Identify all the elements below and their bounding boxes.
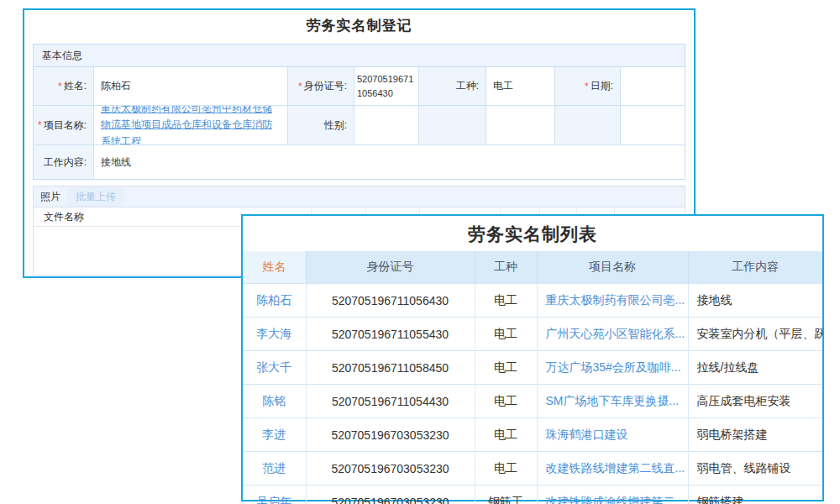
table-row: 范进520705196703053230电工改建铁路线增建第二线直...弱电管、… <box>243 452 822 486</box>
empty-value-cell <box>486 106 554 144</box>
name-link[interactable]: 李大海 <box>243 318 306 351</box>
name-link[interactable]: 李进 <box>243 418 306 452</box>
project-name-label: *项目名称: <box>34 106 93 144</box>
worktype-cell: 钢筋工 <box>475 486 537 504</box>
work-content-label: 工作内容: <box>34 145 93 179</box>
table-header-row: 姓名身份证号工种项目名称工作内容 <box>243 251 822 284</box>
list-table-body: 陈柏石520705196711056430电工重庆太极制药有限公司亳...接地线… <box>243 284 822 504</box>
id-cell: 520705196703053230 <box>306 452 475 486</box>
id-number-field[interactable]: 520705196711056430 <box>354 67 418 105</box>
table-row: 陈柏石520705196711056430电工重庆太极制药有限公司亳...接地线 <box>243 284 822 318</box>
work-content-cell: 拉线/拉线盘 <box>688 351 822 385</box>
date-label: *日期: <box>555 67 620 105</box>
basic-info-section-header: 基本信息 <box>34 45 685 67</box>
required-asterisk: * <box>585 81 589 92</box>
name-link[interactable]: 范进 <box>243 452 306 486</box>
worktype-cell: 电工 <box>475 351 537 385</box>
project-name-field[interactable]: 重庆太极制药有限公司亳州中药材仓储物流基地项目成品仓库和设备仓库消防系统工程 <box>94 106 287 144</box>
id-cell: 520705196711055430 <box>306 318 475 351</box>
labor-list-table: 姓名身份证号工种项目名称工作内容 陈柏石520705196711056430电工… <box>243 251 822 504</box>
worktype-cell: 电工 <box>475 452 537 486</box>
id-cell: 520705196711058450 <box>306 351 475 385</box>
list-panel: 劳务实名制列表 姓名身份证号工种项目名称工作内容 陈柏石520705196711… <box>241 214 824 501</box>
registration-form-grid: *姓名: 陈柏石 *身份证号: 520705196711056430 工种: 电… <box>34 67 685 179</box>
column-header-name[interactable]: 姓名 <box>243 251 306 284</box>
worktype-cell: 电工 <box>475 418 537 452</box>
table-row: 李进520705196703053230电工珠海鹤港口建设弱电桥架搭建 <box>243 418 822 452</box>
column-header-id[interactable]: 身份证号 <box>306 251 475 284</box>
gender-field[interactable] <box>354 106 418 144</box>
project-link[interactable]: 广州天心苑小区智能化系... <box>537 318 688 351</box>
column-header-project[interactable]: 项目名称 <box>537 251 688 284</box>
work-content-cell: 弱电桥架搭建 <box>688 418 822 452</box>
list-title: 劳务实名制列表 <box>243 216 822 251</box>
empty-value-cell <box>621 106 685 144</box>
work-content-cell: 钢筋搭建 <box>688 486 822 504</box>
empty-label-cell <box>419 106 486 144</box>
bulk-upload-button[interactable]: 批量上传 <box>67 187 124 207</box>
column-header-workcontent[interactable]: 工作内容 <box>688 251 822 284</box>
project-link[interactable]: 珠海鹤港口建设 <box>537 418 688 452</box>
project-link[interactable]: 改建铁路成渝线增建第二... <box>537 486 688 504</box>
table-row: 吴启年520705196703053230钢筋工改建铁路成渝线增建第二...钢筋… <box>243 486 822 504</box>
name-link[interactable]: 陈柏石 <box>243 284 306 318</box>
project-link[interactable]: 万达广场35#会所及咖啡... <box>537 351 688 385</box>
project-link[interactable]: 改建铁路线增建第二线直... <box>537 452 688 486</box>
table-row: 陈铭520705196711054430电工SM广场地下车库更换摄...高压成套… <box>243 385 822 418</box>
work-content-cell: 弱电管、线路铺设 <box>688 452 822 486</box>
photo-label: 照片 <box>40 190 60 204</box>
id-number-label: *身份证号: <box>288 67 354 105</box>
id-cell: 520705196711056430 <box>306 284 475 318</box>
work-content-cell: 高压成套电柜安装 <box>688 385 822 418</box>
table-row: 李大海520705196711055430电工广州天心苑小区智能化系...安装室… <box>243 318 822 351</box>
name-label: *姓名: <box>34 67 93 105</box>
id-cell: 520705196711054430 <box>306 385 475 418</box>
basic-info-section: 基本信息 *姓名: 陈柏石 *身份证号: 520705196711056430 … <box>33 44 685 180</box>
required-asterisk: * <box>38 119 42 131</box>
name-link[interactable]: 陈铭 <box>243 385 306 418</box>
work-content-cell: 接地线 <box>688 284 822 318</box>
project-name-link[interactable]: 重庆太极制药有限公司亳州中药材仓储物流基地项目成品仓库和设备仓库消防系统工程 <box>101 106 281 144</box>
worktype-cell: 电工 <box>475 284 537 318</box>
name-link[interactable]: 吴启年 <box>243 486 306 504</box>
date-field[interactable] <box>621 67 685 105</box>
required-asterisk: * <box>58 81 62 92</box>
name-link[interactable]: 张大千 <box>243 351 306 385</box>
required-asterisk: * <box>298 81 302 92</box>
registration-title: 劳务实名制登记 <box>24 10 694 40</box>
table-row: 张大千520705196711058450电工万达广场35#会所及咖啡...拉线… <box>243 351 822 385</box>
worktype-field[interactable]: 电工 <box>486 67 554 105</box>
photo-section-header: 照片 批量上传 <box>34 186 685 207</box>
work-content-cell: 安装室内分机（平层、跃... <box>688 318 822 351</box>
column-header-worktype[interactable]: 工种 <box>475 251 537 284</box>
worktype-cell: 电工 <box>475 385 537 418</box>
gender-label: 性别: <box>288 106 354 144</box>
worktype-label: 工种: <box>419 67 486 105</box>
id-cell: 520705196703053230 <box>306 486 475 504</box>
empty-label-cell <box>555 106 620 144</box>
id-cell: 520705196703053230 <box>306 418 475 452</box>
project-link[interactable]: 重庆太极制药有限公司亳... <box>537 284 688 318</box>
worktype-cell: 电工 <box>475 318 537 351</box>
project-link[interactable]: SM广场地下车库更换摄... <box>537 385 688 418</box>
name-field[interactable]: 陈柏石 <box>94 67 287 105</box>
work-content-field[interactable]: 接地线 <box>94 145 685 179</box>
